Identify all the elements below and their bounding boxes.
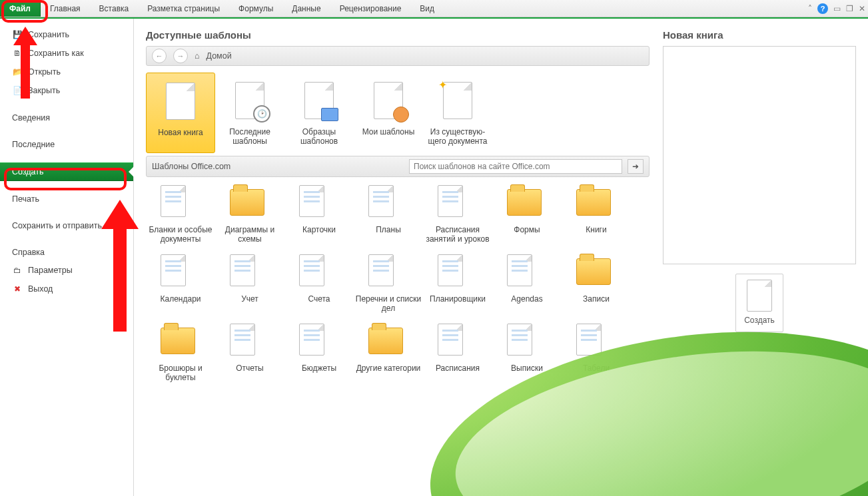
document-icon bbox=[161, 185, 201, 222]
tile-label: Карточки bbox=[284, 225, 354, 234]
tile-label: Последние шаблоны bbox=[215, 127, 284, 146]
search-go-button[interactable]: ➜ bbox=[628, 159, 644, 174]
tab-file[interactable]: Файл bbox=[0, 0, 41, 17]
document-icon bbox=[299, 254, 339, 292]
tile-label: Счета bbox=[284, 294, 354, 304]
template-category-tile[interactable]: Перечни и списки дел bbox=[354, 250, 423, 320]
sidebar-item-print[interactable]: Печать bbox=[0, 190, 133, 208]
folder-icon bbox=[576, 254, 616, 292]
my-templates-icon bbox=[362, 77, 415, 124]
tile-recent-templates[interactable]: 🕑 Последние шаблоны bbox=[215, 73, 284, 153]
nav-back-button[interactable]: ← bbox=[152, 49, 167, 63]
template-category-tile[interactable]: Календари bbox=[146, 250, 215, 320]
sidebar-item-info[interactable]: Сведения bbox=[0, 109, 133, 126]
tile-label: Новая книга bbox=[147, 128, 215, 137]
tile-label: Расписания bbox=[423, 364, 492, 373]
tile-label: Формы bbox=[492, 225, 562, 234]
tile-label: Книги bbox=[562, 225, 631, 234]
template-category-tile[interactable]: Диаграммы и схемы bbox=[215, 181, 284, 250]
sidebar-item-label: Сохранить bbox=[28, 30, 69, 39]
tile-my-templates[interactable]: Мои шаблоны bbox=[354, 73, 423, 153]
office-templates-header: Шаблоны Office.com ➜ bbox=[146, 156, 650, 177]
sidebar-item-share[interactable]: Сохранить и отправить bbox=[0, 217, 133, 234]
template-category-tile[interactable]: Бланки и особые документы bbox=[146, 181, 215, 250]
tile-label: Бюджеты bbox=[284, 364, 354, 373]
sidebar-item-options[interactable]: 🗀 Параметры bbox=[0, 261, 133, 280]
ribbon-minimize-icon[interactable]: ˄ bbox=[808, 4, 812, 13]
sample-templates-icon bbox=[292, 77, 346, 124]
window-restore-icon[interactable]: ❐ bbox=[846, 4, 853, 13]
tab-label: Главная bbox=[50, 4, 81, 13]
from-existing-icon: ✦ bbox=[431, 77, 484, 124]
sidebar-item-label: Печать bbox=[12, 194, 39, 204]
tile-label: Календари bbox=[146, 294, 215, 304]
preview-box bbox=[663, 46, 856, 264]
template-category-tile[interactable]: Другие категории bbox=[354, 320, 423, 389]
document-icon bbox=[438, 324, 478, 361]
template-category-tile[interactable]: Планировщики bbox=[423, 250, 492, 320]
available-templates-title: Доступные шаблоны bbox=[146, 29, 650, 41]
tile-label: Диаграммы и схемы bbox=[215, 225, 284, 244]
template-category-tile[interactable]: Agendas bbox=[492, 250, 562, 320]
template-category-tile[interactable]: Бюджеты bbox=[284, 320, 354, 389]
tab-formulas[interactable]: Формулы bbox=[229, 0, 282, 17]
templates-center: Доступные шаблоны ← → ⌂ Домой Новая книг… bbox=[146, 27, 650, 496]
nav-forward-button[interactable]: → bbox=[173, 49, 188, 63]
template-category-tile[interactable]: Формы bbox=[492, 181, 562, 250]
template-category-tile[interactable]: Карточки bbox=[284, 181, 354, 250]
document-icon bbox=[230, 254, 270, 292]
template-category-tile[interactable]: Табели bbox=[562, 320, 631, 389]
tile-label: Брошюры и буклеты bbox=[146, 364, 215, 382]
close-icon: 📄 bbox=[12, 85, 23, 96]
breadcrumb-home[interactable]: Домой bbox=[207, 51, 232, 61]
window-minimize-icon[interactable]: ▭ bbox=[833, 4, 841, 13]
sidebar-item-open[interactable]: 📂 Открыть bbox=[0, 63, 133, 81]
tab-label: Рецензирование bbox=[340, 4, 402, 13]
tab-data[interactable]: Данные bbox=[282, 0, 330, 17]
template-category-tile[interactable]: Брошюры и буклеты bbox=[146, 320, 215, 389]
sidebar-item-save[interactable]: 💾 Сохранить bbox=[0, 25, 133, 44]
template-category-tile[interactable]: Расписания занятий и уроков bbox=[423, 181, 492, 250]
sidebar-item-label: Последние bbox=[12, 140, 55, 149]
tile-label: Записи bbox=[562, 294, 631, 304]
tab-pagelayout[interactable]: Разметка страницы bbox=[138, 0, 229, 17]
sidebar-item-label: Сохранить как bbox=[28, 49, 84, 58]
document-icon bbox=[507, 254, 547, 292]
template-category-tile[interactable]: Расписания bbox=[423, 320, 492, 389]
create-button[interactable]: Создать bbox=[735, 274, 783, 332]
template-category-tile[interactable]: Счета bbox=[284, 250, 354, 320]
template-category-tile[interactable]: Планы bbox=[354, 181, 423, 250]
tile-new-workbook[interactable]: Новая книга bbox=[146, 73, 215, 153]
sidebar-item-exit[interactable]: ✖ Выход bbox=[0, 280, 133, 298]
breadcrumb-bar: ← → ⌂ Домой bbox=[146, 46, 650, 66]
template-category-tile[interactable]: Записи bbox=[562, 250, 631, 320]
sidebar-item-new[interactable]: Создать bbox=[0, 162, 133, 181]
home-icon[interactable]: ⌂ bbox=[195, 51, 200, 61]
sidebar-item-help[interactable]: Справка bbox=[0, 244, 133, 261]
template-category-tile[interactable]: Учет bbox=[215, 250, 284, 320]
backstage-sidebar: 💾 Сохранить 🗎 Сохранить как 📂 Открыть 📄 … bbox=[0, 19, 133, 496]
preview-pane: Новая книга Создать bbox=[663, 27, 856, 496]
main-pane: Доступные шаблоны ← → ⌂ Домой Новая книг… bbox=[133, 19, 868, 496]
sidebar-item-recent[interactable]: Последние bbox=[0, 136, 133, 153]
tile-label: Выписки bbox=[492, 364, 562, 373]
office-templates-label: Шаблоны Office.com bbox=[152, 162, 230, 171]
tile-sample-templates[interactable]: Образцы шаблонов bbox=[284, 73, 354, 153]
window-close-icon[interactable]: ✕ bbox=[859, 4, 865, 13]
open-icon: 📂 bbox=[12, 67, 23, 77]
folder-icon bbox=[161, 324, 201, 361]
tab-insert[interactable]: Вставка bbox=[90, 0, 139, 17]
help-icon[interactable]: ? bbox=[817, 3, 828, 14]
tab-view[interactable]: Вид bbox=[410, 0, 444, 17]
tile-from-existing[interactable]: ✦ Из существую­щего документа bbox=[423, 73, 492, 153]
tile-label: Образцы шаблонов bbox=[284, 127, 354, 146]
template-category-tile[interactable]: Отчеты bbox=[215, 320, 284, 389]
template-category-tile[interactable]: Книги bbox=[562, 181, 631, 250]
tab-review[interactable]: Рецензирование bbox=[330, 0, 411, 17]
tab-home[interactable]: Главная bbox=[41, 0, 90, 17]
sidebar-item-close[interactable]: 📄 Закрыть bbox=[0, 81, 133, 100]
document-icon bbox=[438, 185, 478, 222]
template-category-tile[interactable]: Выписки bbox=[492, 320, 562, 389]
search-templates-input[interactable] bbox=[409, 159, 622, 174]
sidebar-item-saveas[interactable]: 🗎 Сохранить как bbox=[0, 44, 133, 63]
